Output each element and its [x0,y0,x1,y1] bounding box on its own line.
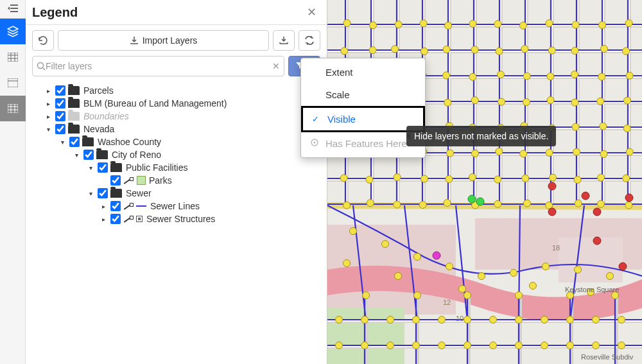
layer-visibility-checkbox[interactable] [110,214,121,224]
sync-button[interactable] [299,30,320,51]
import-all-button[interactable] [273,30,295,51]
svg-point-43 [547,73,554,80]
layer-visibility-checkbox[interactable] [55,124,65,134]
caret-down-icon[interactable]: ▾ [58,139,67,146]
layer-visibility-checkbox[interactable] [98,162,108,173]
svg-point-23 [341,48,348,55]
svg-point-107 [336,316,343,324]
refresh-button[interactable] [32,30,54,51]
svg-point-26 [421,48,428,55]
svg-point-105 [597,200,604,207]
tree-node[interactable]: ▾City of Reno [72,148,323,161]
svg-point-45 [598,73,605,80]
svg-point-77 [496,148,503,155]
layer-visibility-checkbox[interactable] [110,175,121,186]
svg-point-93 [598,174,605,181]
close-panel-button[interactable]: ✕ [303,4,320,21]
nav-panel[interactable] [0,70,26,96]
svg-point-17 [494,21,501,28]
tree-node[interactable]: ▸Boundaries [44,110,323,123]
svg-point-141 [414,292,421,299]
tree-node[interactable]: ▸Sewer Structures [99,212,323,225]
filter-menu-label: Visible [327,114,356,125]
caret-down-icon[interactable]: ▾ [44,126,53,133]
caret-down-icon[interactable]: ▾ [86,190,95,197]
tree-node-label[interactable]: Nevada [83,124,114,134]
check-icon: ✓ [312,114,321,124]
svg-point-152 [476,198,484,205]
svg-point-111 [438,316,446,324]
layer-visibility-checkbox[interactable] [55,111,65,121]
map-canvas[interactable]: 12 10 18 Keystone Square Roseville Subdi… [327,0,642,364]
svg-point-69 [600,123,607,130]
svg-point-18 [520,22,527,29]
svg-point-135 [478,273,485,280]
tree-node-label[interactable]: Sewer [126,188,152,198]
svg-point-15 [445,22,452,29]
svg-point-116 [567,316,574,324]
layer-visibility-checkbox[interactable] [55,85,65,96]
svg-point-56 [571,99,578,106]
tree-node-label[interactable]: Washoe County [98,137,161,147]
caret-down-icon[interactable]: ▾ [86,164,95,171]
tree-node-label[interactable]: BLM (Bureau of Land Management) [83,98,227,108]
tree-node[interactable]: ▸BLM (Bureau of Land Management) [44,97,323,110]
svg-point-154 [548,182,556,190]
svg-point-112 [464,316,471,324]
tree-node[interactable]: ▾Public Facilities [86,161,323,174]
tree-node[interactable]: ▾Nevada [44,123,323,135]
svg-point-88 [469,174,476,181]
svg-point-87 [446,176,453,183]
svg-point-34 [623,48,630,55]
svg-point-140 [363,292,370,299]
tree-node[interactable]: ▸Parcels [44,84,323,97]
import-layers-button[interactable]: Import Layers [58,30,269,51]
tree-node[interactable]: ▾Sewer [86,187,323,200]
point-symbol-icon [136,216,143,222]
layer-visibility-checkbox[interactable] [83,150,94,160]
svg-point-80 [573,148,580,155]
filter-layers-input[interactable] [46,61,272,71]
layer-visibility-checkbox[interactable] [110,201,121,211]
caret-right-icon[interactable]: ▸ [44,113,53,120]
tree-node-label[interactable]: City of Reno [112,150,161,160]
caret-right-icon[interactable]: ▸ [44,87,53,94]
tree-node-label[interactable]: Parcels [83,85,114,96]
map-label-12: 12 [443,299,451,306]
tree-node-label[interactable]: Parks [149,175,172,186]
tree-node[interactable]: ▾Washoe County [58,135,323,148]
svg-point-29 [496,48,503,55]
layer-visibility-checkbox[interactable] [69,137,80,147]
caret-right-icon[interactable]: ▸ [44,100,53,107]
tree-node-label[interactable]: Public Facilities [126,162,187,173]
svg-point-109 [387,316,394,324]
collapse-rail-button[interactable] [0,0,25,19]
parks-symbol-icon [136,175,146,186]
caret-down-icon[interactable]: ▾ [72,152,81,159]
clear-filter-button[interactable]: ✕ [272,61,280,71]
svg-point-41 [497,71,504,78]
nav-grid[interactable] [0,96,26,121]
svg-point-131 [350,228,357,235]
svg-point-46 [626,72,633,79]
tree-node[interactable]: Parks [99,174,323,187]
svg-point-156 [593,208,601,216]
svg-point-134 [446,263,453,270]
layer-visibility-checkbox[interactable] [55,98,65,108]
tree-node-label[interactable]: Sewer Structures [146,214,215,224]
svg-point-119 [336,342,343,349]
tree-node-label[interactable]: Boundaries [83,111,129,121]
filter-menu-item[interactable]: Scale [301,83,425,106]
caret-right-icon[interactable]: ▸ [99,203,108,210]
filter-layers-field[interactable]: ✕ [32,56,284,76]
tree-node[interactable]: ▸Sewer Lines [99,200,323,212]
tree-node-label[interactable]: Sewer Lines [150,201,200,211]
nav-layers[interactable] [0,19,26,44]
svg-point-159 [619,263,627,270]
layer-visibility-checkbox[interactable] [98,188,108,198]
nav-table[interactable] [0,44,26,70]
caret-right-icon[interactable]: ▸ [99,216,108,223]
filter-menu-item[interactable]: Extent [301,61,425,83]
svg-point-86 [421,175,428,182]
svg-point-155 [582,192,589,200]
